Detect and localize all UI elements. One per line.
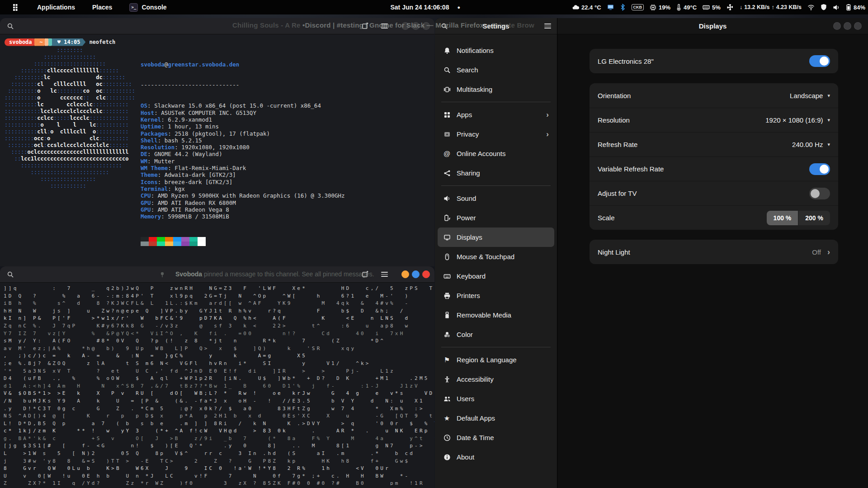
refresh-rate-dropdown[interactable]: 240.00 Hz ▾ [792,141,830,148]
scale-200-button[interactable]: 200 % [798,211,830,225]
sidebar-item-date-time[interactable]: Date & Time [438,428,554,447]
neofetch-row: CPU: AMD Ryzen 9 5900HX with Radeon Grap… [141,192,345,199]
sidebar-item-keyboard[interactable]: Keyboard [438,266,554,286]
terminal2-maximize-button[interactable] [412,270,420,278]
sidebar-item-label: Sharing [457,169,549,177]
display-enable-row[interactable]: LG Electronics 28" [590,49,838,73]
terminal1-menu-button[interactable] [378,20,390,32]
volume-indicator[interactable] [833,0,840,14]
sidebar-item-label: Power [457,214,549,222]
sidebar-item-about[interactable]: About [438,447,554,467]
palette-row [141,242,345,246]
extension-indicator[interactable] [726,0,734,14]
search-icon [441,23,448,30]
terminal1-maximize-button[interactable] [412,22,420,30]
network-speed-indicator[interactable]: ↓ 13.2 KB/s ↑ 4.23 KB/s [740,4,802,10]
cpu-indicator[interactable]: 19% [650,0,670,14]
resolution-dropdown[interactable]: 1920 × 1080 (16:9) ▾ [765,116,830,124]
terminal2-headerbar[interactable]: Svoboda pinned a message to this channel… [0,266,434,283]
sidebar-item-color[interactable]: Color [438,325,554,344]
refresh-rate-row[interactable]: Refresh Rate 240.00 Hz ▾ [590,132,838,156]
displays-panel-title: Displays [557,22,868,30]
sidebar-item-printers[interactable]: Printers [438,286,554,305]
terminal1-headerbar[interactable] [0,18,434,34]
sidebar-item-label: Color [457,331,549,338]
sidebar-item-displays[interactable]: Displays [438,227,554,247]
sidebar-item-sound[interactable]: Sound [438,189,554,208]
terminal2-search-button[interactable] [5,269,16,280]
sidebar-item-region-language[interactable]: ⚑Region & Language [438,350,554,370]
terminal2-glitch-output: ]]q : 7 _ q2b)JwQ P zwnRH NG=Z3 F 'LWF X… [0,283,434,485]
sidebar-item-multitasking[interactable]: Multitasking [438,80,554,99]
display-enable-toggle[interactable] [809,55,830,67]
bluetooth-indicator[interactable] [620,0,626,14]
terminal1-minimize-button[interactable] [401,22,409,30]
sidebar-item-apps[interactable]: Apps› [438,105,554,124]
displays-headerbar[interactable]: Displays [557,18,868,34]
resolution-value: 1920 × 1080 (16:9) [765,116,823,124]
cpu-chip-icon [650,4,656,11]
new-tab-icon [362,271,369,278]
battery-indicator[interactable]: 84% [846,0,865,14]
orientation-dropdown[interactable]: Landscape ▾ [790,92,830,99]
places-menu[interactable]: Places [86,0,118,14]
variable-refresh-rate-row[interactable]: Variable Refresh Rate [590,156,838,181]
terminal2-new-tab-button[interactable] [359,269,371,280]
sidebar-item-removable-media[interactable]: Removable Media [438,305,554,325]
tray-monitor-icon [607,4,614,10]
up-arrow-icon: ↑ [771,4,774,10]
settings-window: Settings NotificationsSearchMultitasking… [435,18,868,488]
terminal1-search-button[interactable] [5,20,16,32]
sidebar-item-notifications[interactable]: Notifications [438,41,554,60]
settings-close-button[interactable] [854,22,862,30]
terminal2-minimize-button[interactable] [401,270,409,278]
console-menu[interactable]: >_ Console [123,0,173,14]
sidebar-item-default-apps[interactable]: ★Default Apps [438,408,554,428]
applications-menu[interactable]: Applications [31,0,81,14]
sidebar-item-search[interactable]: Search [438,60,554,80]
terminal2-close-button[interactable] [422,270,430,278]
pin-icon [159,271,165,278]
tray-display-indicator[interactable] [607,0,614,14]
scale-100-button[interactable]: 100 % [767,211,798,225]
chevron-right-icon: › [546,110,549,119]
display-enable-card: LG Electronics 28" [590,49,838,73]
settings-maximize-button[interactable] [844,22,851,30]
sidebar-item-online-accounts[interactable]: @Online Accounts [438,144,554,163]
activities-grid-button[interactable] [6,0,26,14]
adjust-for-tv-toggle[interactable] [809,188,830,199]
settings-minimize-button[interactable] [833,22,841,30]
sidebar-item-power[interactable]: Power [438,208,554,227]
terminal2-menu-button[interactable] [378,269,390,280]
neofetch-row: GPU: AMD ATI Radeon RX 6800M [141,199,345,206]
resolution-row[interactable]: Resolution 1920 × 1080 (16:9) ▾ [590,108,838,132]
ckb-indicator[interactable]: CKB [632,0,644,14]
privacy-shield-indicator[interactable] [821,0,827,14]
prompt-line-1: svoboda ~ ♥ 14:05 neofetch [5,38,434,46]
settings-sidebar-headerbar[interactable]: Settings [435,18,557,34]
variable-refresh-rate-toggle[interactable] [809,163,830,175]
night-light-row[interactable]: Night Light Off › [590,240,838,264]
speaker-icon [833,4,840,11]
memory-indicator[interactable]: 5% [703,0,721,14]
sidebar-item-privacy[interactable]: Privacy› [438,124,554,144]
orientation-row[interactable]: Orientation Landscape ▾ [590,83,838,108]
terminal1-new-tab-button[interactable] [359,20,371,32]
chevron-down-icon: ▾ [827,117,830,123]
settings-menu-button[interactable] [542,20,553,32]
sidebar-item-label: Online Accounts [457,150,549,157]
terminal1-close-button[interactable] [422,22,430,30]
neofetch-separator: ----------------------------- [141,81,345,88]
sidebar-item-users[interactable]: Users [438,389,554,408]
weather-indicator[interactable]: 22.4 °C [572,0,601,14]
settings-search-button[interactable] [439,20,450,32]
sidebar-item-accessibility[interactable]: Accessibility [438,370,554,389]
wifi-indicator[interactable] [807,0,815,14]
cpu-temp-indicator[interactable]: 49°C [676,0,697,14]
scale-row[interactable]: Scale 100 % 200 % [590,205,838,230]
sidebar-item-mouse-touchpad[interactable]: Mouse & Touchpad [438,247,554,266]
clock-area[interactable]: Sat Jun 24 14:06:08 ● [390,0,460,14]
battery-level: 84% [854,4,865,11]
sidebar-item-sharing[interactable]: Sharing [438,163,554,183]
adjust-for-tv-row[interactable]: Adjust for TV [590,181,838,205]
